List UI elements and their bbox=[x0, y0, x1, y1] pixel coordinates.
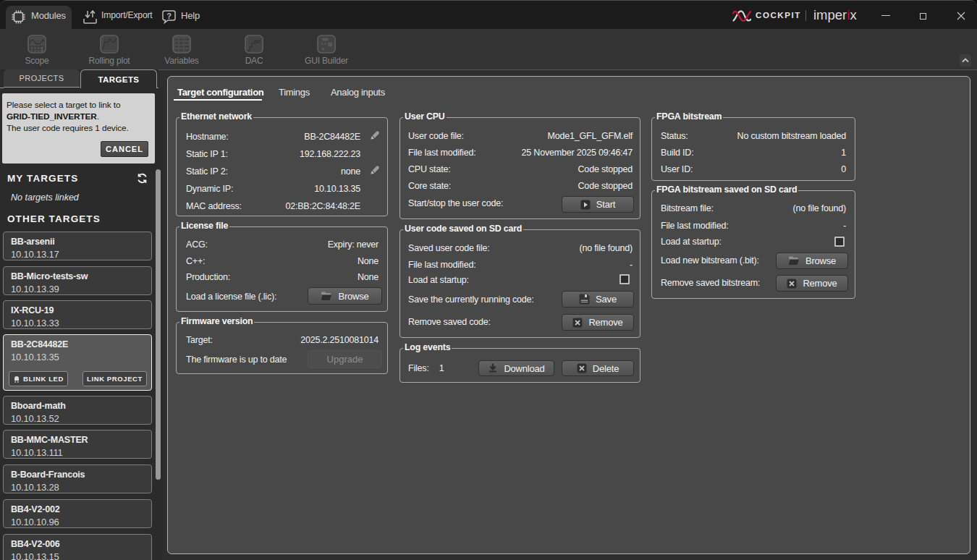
svg-text:?: ? bbox=[166, 12, 172, 20]
